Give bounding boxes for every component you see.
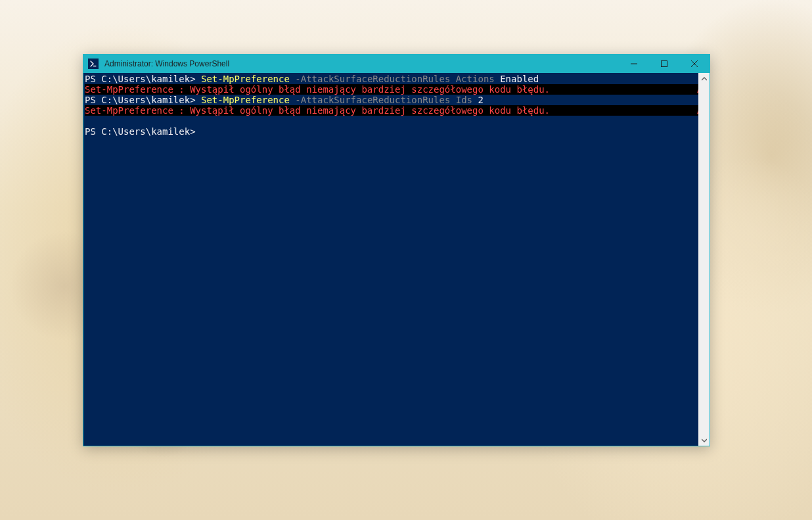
window-controls (619, 55, 710, 73)
argument: -AttackSurfaceReductionRules_Actions (290, 74, 500, 84)
titlebar[interactable]: Administrator: Windows PowerShell (83, 55, 710, 73)
terminal-output[interactable]: PS C:\Users\kamilek> Set-MpPreference -A… (83, 73, 698, 446)
minimize-icon (631, 60, 637, 67)
prompt: PS C:\Users\kamilek> (85, 95, 201, 105)
current-prompt-line: PS C:\Users\kamilek> (85, 126, 697, 137)
scrollbar-track[interactable] (698, 84, 710, 435)
close-icon (691, 60, 698, 67)
chevron-up-icon (702, 76, 707, 82)
minimize-button[interactable] (619, 55, 649, 73)
close-button[interactable] (679, 55, 710, 73)
command-line: PS C:\Users\kamilek> Set-MpPreference -A… (85, 74, 697, 84)
command: Set-MpPreference (201, 95, 290, 105)
scrollbar[interactable] (698, 73, 710, 446)
scrollbar-down-button[interactable] (698, 435, 710, 446)
scrollbar-up-button[interactable] (698, 73, 710, 84)
maximize-icon (661, 60, 667, 67)
error-line: Set-MpPreference : Wystąpił ogólny błąd … (85, 105, 697, 116)
powershell-icon (88, 59, 99, 69)
prompt: PS C:\Users\kamilek> (85, 74, 201, 84)
svg-rect-1 (662, 61, 667, 67)
prompt: PS C:\Users\kamilek> (85, 126, 201, 137)
argument: -AttackSurfaceReductionRules_Ids (290, 95, 478, 105)
powershell-window: Administrator: Windows PowerShell PS C:\… (83, 54, 710, 446)
command-line: PS C:\Users\kamilek> Set-MpPreference -A… (85, 95, 697, 105)
argument-value: Enabled (500, 74, 539, 84)
app-icon-slot (83, 59, 103, 69)
argument-value: 2 (478, 95, 483, 105)
blank-line (85, 116, 697, 126)
chevron-down-icon (702, 438, 707, 443)
error-line: Set-MpPreference : Wystąpił ogólny błąd … (85, 84, 697, 95)
terminal-wrap: PS C:\Users\kamilek> Set-MpPreference -A… (83, 73, 710, 446)
command: Set-MpPreference (201, 74, 290, 84)
maximize-button[interactable] (649, 55, 679, 73)
window-title: Administrator: Windows PowerShell (103, 59, 619, 68)
